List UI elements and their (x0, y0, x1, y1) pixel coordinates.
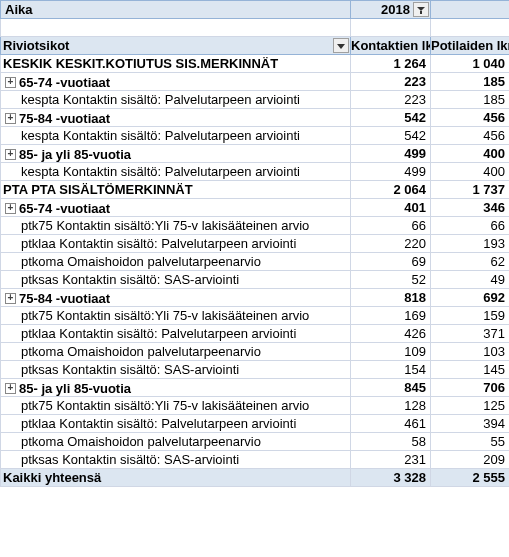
group-cell[interactable]: +75-84 -vuotiaat (1, 289, 351, 307)
rowlabels-dropdown-icon[interactable] (333, 38, 349, 53)
value-contacts[interactable]: 1 264 (351, 55, 431, 73)
value-contacts[interactable]: 154 (351, 361, 431, 379)
value-patients[interactable]: 371 (431, 325, 510, 343)
value-contacts[interactable]: 818 (351, 289, 431, 307)
expand-button[interactable]: + (5, 293, 16, 304)
total-patients[interactable]: 2 555 (431, 469, 510, 487)
value-patients[interactable]: 456 (431, 109, 510, 127)
detail-label[interactable]: ptklaa Kontaktin sisältö: Palvelutarpeen… (1, 415, 351, 433)
group-label[interactable]: 65-74 -vuotiaat (19, 75, 110, 90)
value-contacts[interactable]: 426 (351, 325, 431, 343)
value-contacts[interactable]: 542 (351, 109, 431, 127)
value-contacts[interactable]: 223 (351, 73, 431, 91)
section-label[interactable]: PTA PTA SISÄLTÖMERKINNÄT (1, 181, 351, 199)
value-patients[interactable]: 394 (431, 415, 510, 433)
value-patients[interactable]: 49 (431, 271, 510, 289)
value-patients[interactable]: 706 (431, 379, 510, 397)
group-cell[interactable]: +65-74 -vuotiaat (1, 73, 351, 91)
detail-label[interactable]: kespta Kontaktin sisältö: Palvelutarpeen… (1, 91, 351, 109)
detail-label[interactable]: ptkoma Omaishoidon palvelutarpeenarvio (1, 433, 351, 451)
detail-label[interactable]: ptklaa Kontaktin sisältö: Palvelutarpeen… (1, 235, 351, 253)
value-patients[interactable]: 103 (431, 343, 510, 361)
value-patients[interactable]: 400 (431, 145, 510, 163)
value-contacts[interactable]: 845 (351, 379, 431, 397)
total-label[interactable]: Kaikki yhteensä (1, 469, 351, 487)
detail-label[interactable]: kespta Kontaktin sisältö: Palvelutarpeen… (1, 127, 351, 145)
value-contacts[interactable]: 223 (351, 91, 431, 109)
detail-label[interactable]: ptk75 Kontaktin sisältö:Yli 75-v lakisää… (1, 217, 351, 235)
value-patients[interactable]: 185 (431, 73, 510, 91)
value-patients[interactable]: 1 737 (431, 181, 510, 199)
value-patients[interactable]: 209 (431, 451, 510, 469)
detail-label[interactable]: kespta Kontaktin sisältö: Palvelutarpeen… (1, 163, 351, 181)
detail-label[interactable]: ptk75 Kontaktin sisältö:Yli 75-v lakisää… (1, 397, 351, 415)
table-row: ptk75 Kontaktin sisältö:Yli 75-v lakisää… (1, 397, 510, 415)
group-label[interactable]: 85- ja yli 85-vuotia (19, 147, 131, 162)
group-label[interactable]: 85- ja yli 85-vuotia (19, 381, 131, 396)
value-contacts[interactable]: 401 (351, 199, 431, 217)
section-label[interactable]: KESKIK KESKIT.KOTIUTUS SIS.MERKINNÄT (1, 55, 351, 73)
value-contacts[interactable]: 169 (351, 307, 431, 325)
value-patients[interactable]: 66 (431, 217, 510, 235)
filter-row: Aika 2018 (1, 1, 510, 19)
value-patients[interactable]: 456 (431, 127, 510, 145)
group-label[interactable]: 65-74 -vuotiaat (19, 201, 110, 216)
value-contacts[interactable]: 128 (351, 397, 431, 415)
value-patients[interactable]: 145 (431, 361, 510, 379)
value-contacts[interactable]: 66 (351, 217, 431, 235)
value-patients[interactable]: 400 (431, 163, 510, 181)
value-contacts[interactable]: 499 (351, 163, 431, 181)
detail-label[interactable]: ptksas Kontaktin sisältö: SAS-arviointi (1, 271, 351, 289)
value-contacts[interactable]: 499 (351, 145, 431, 163)
detail-label[interactable]: ptksas Kontaktin sisältö: SAS-arviointi (1, 451, 351, 469)
group-cell[interactable]: +65-74 -vuotiaat (1, 199, 351, 217)
value-patients[interactable]: 1 040 (431, 55, 510, 73)
filter-value-cell[interactable]: 2018 (351, 1, 431, 19)
pivot-table: Aika 2018 Riviotsikot Kontaktien lkm Pot… (0, 0, 509, 487)
filter-label-cell: Aika (1, 1, 351, 19)
group-cell[interactable]: +75-84 -vuotiaat (1, 109, 351, 127)
expand-button[interactable]: + (5, 77, 16, 88)
table-row: ptkoma Omaishoidon palvelutarpeenarvio58… (1, 433, 510, 451)
expand-button[interactable]: + (5, 383, 16, 394)
value-contacts[interactable]: 58 (351, 433, 431, 451)
value-contacts[interactable]: 52 (351, 271, 431, 289)
detail-label[interactable]: ptk75 Kontaktin sisältö:Yli 75-v lakisää… (1, 307, 351, 325)
value-patients[interactable]: 125 (431, 397, 510, 415)
col1-header[interactable]: Kontaktien lkm (351, 37, 431, 55)
empty-cell (431, 1, 510, 19)
group-label[interactable]: 75-84 -vuotiaat (19, 291, 110, 306)
value-patients[interactable]: 55 (431, 433, 510, 451)
value-patients[interactable]: 62 (431, 253, 510, 271)
table-row: KESKIK KESKIT.KOTIUTUS SIS.MERKINNÄT1 26… (1, 55, 510, 73)
col2-header[interactable]: Potilaiden lkm (431, 37, 510, 55)
filter-dropdown-icon[interactable] (413, 2, 429, 17)
grand-total-row: Kaikki yhteensä3 3282 555 (1, 469, 510, 487)
table-row: ptkoma Omaishoidon palvelutarpeenarvio10… (1, 343, 510, 361)
value-contacts[interactable]: 231 (351, 451, 431, 469)
value-contacts[interactable]: 542 (351, 127, 431, 145)
expand-button[interactable]: + (5, 113, 16, 124)
total-contacts[interactable]: 3 328 (351, 469, 431, 487)
value-patients[interactable]: 346 (431, 199, 510, 217)
group-cell[interactable]: +85- ja yli 85-vuotia (1, 379, 351, 397)
value-contacts[interactable]: 2 064 (351, 181, 431, 199)
value-patients[interactable]: 193 (431, 235, 510, 253)
value-contacts[interactable]: 461 (351, 415, 431, 433)
rowlabels-header[interactable]: Riviotsikot (1, 37, 351, 55)
value-contacts[interactable]: 220 (351, 235, 431, 253)
detail-label[interactable]: ptkoma Omaishoidon palvelutarpeenarvio (1, 343, 351, 361)
value-contacts[interactable]: 109 (351, 343, 431, 361)
value-patients[interactable]: 159 (431, 307, 510, 325)
value-patients[interactable]: 185 (431, 91, 510, 109)
value-contacts[interactable]: 69 (351, 253, 431, 271)
detail-label[interactable]: ptkoma Omaishoidon palvelutarpeenarvio (1, 253, 351, 271)
group-cell[interactable]: +85- ja yli 85-vuotia (1, 145, 351, 163)
value-patients[interactable]: 692 (431, 289, 510, 307)
detail-label[interactable]: ptksas Kontaktin sisältö: SAS-arviointi (1, 361, 351, 379)
expand-button[interactable]: + (5, 203, 16, 214)
detail-label[interactable]: ptklaa Kontaktin sisältö: Palvelutarpeen… (1, 325, 351, 343)
expand-button[interactable]: + (5, 149, 16, 160)
group-label[interactable]: 75-84 -vuotiaat (19, 111, 110, 126)
spacer-row (1, 19, 510, 37)
